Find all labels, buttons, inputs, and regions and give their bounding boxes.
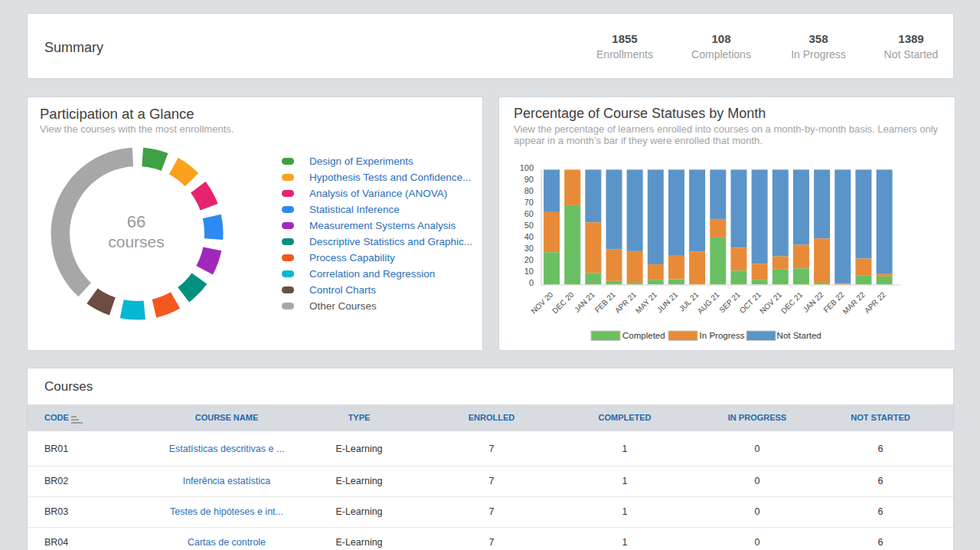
svg-text:30: 30 [524,244,534,253]
svg-text:80: 80 [524,186,534,195]
svg-text:100: 100 [520,163,534,172]
svg-text:AUG 21: AUG 21 [696,290,721,316]
svg-text:DEC 20: DEC 20 [550,290,576,316]
svg-text:0: 0 [529,278,534,287]
svg-text:APR 21: APR 21 [613,290,638,315]
svg-text:NOV 21: NOV 21 [758,290,783,316]
svg-text:SEP 21: SEP 21 [717,290,742,315]
svg-text:MAR 22: MAR 22 [841,290,867,316]
svg-text:In Progress: In Progress [700,331,745,340]
svg-text:90: 90 [524,175,534,184]
svg-text:Completed: Completed [622,331,665,340]
svg-text:JAN 21: JAN 21 [573,290,596,314]
svg-text:Not Started: Not Started [777,331,822,340]
svg-text:APR 22: APR 22 [863,290,887,315]
svg-text:20: 20 [524,255,534,264]
svg-text:FEB 21: FEB 21 [593,290,618,315]
svg-text:DEC 21: DEC 21 [779,290,805,316]
svg-text:NOV 20: NOV 20 [529,290,554,316]
svg-text:70: 70 [524,198,534,207]
svg-text:10: 10 [524,267,534,276]
svg-text:MAY 21: MAY 21 [634,290,659,316]
svg-text:JUN 21: JUN 21 [655,290,680,315]
svg-text:60: 60 [524,209,534,218]
svg-text:JAN 22: JAN 22 [802,290,825,314]
svg-text:40: 40 [524,232,534,241]
svg-text:50: 50 [524,221,534,230]
